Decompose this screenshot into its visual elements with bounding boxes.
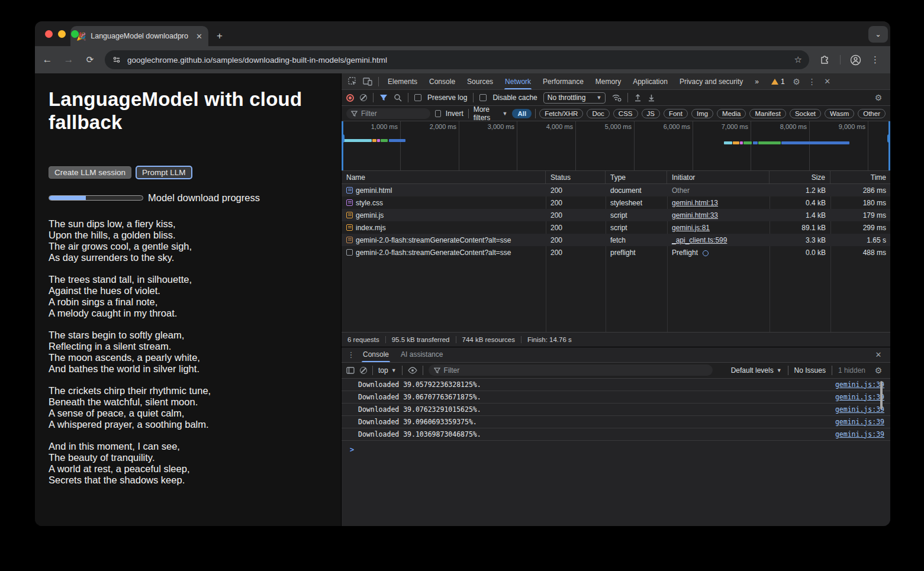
chip-img[interactable]: Img bbox=[691, 109, 713, 118]
filter-funnel-icon[interactable] bbox=[379, 94, 388, 101]
zoom-window-button[interactable] bbox=[71, 30, 79, 38]
tab-application[interactable]: Application bbox=[627, 73, 673, 89]
initiator-link[interactable]: _api_client.ts:599 bbox=[672, 236, 727, 244]
initiator-link[interactable]: gemini.html:33 bbox=[672, 211, 718, 220]
table-row[interactable]: gemini-2.0-flash:streamGenerateContent?a… bbox=[342, 246, 890, 259]
context-selector[interactable]: top▼ bbox=[378, 366, 397, 375]
more-filters-dropdown[interactable]: More filters ▼ bbox=[474, 105, 508, 122]
table-row[interactable]: gemini.js 200 script gemini.html:33 1.4 … bbox=[342, 209, 890, 221]
create-llm-session-button[interactable]: Create LLM session bbox=[49, 166, 131, 179]
chip-fetch-xhr[interactable]: Fetch/XHR bbox=[539, 109, 583, 118]
close-window-button[interactable] bbox=[45, 30, 53, 38]
console-message[interactable]: Downloaded 39.0960693359375%.gemini.js:3… bbox=[342, 416, 890, 428]
import-har-icon[interactable] bbox=[634, 93, 642, 102]
chip-doc[interactable]: Doc bbox=[587, 109, 609, 118]
col-size[interactable]: Size bbox=[770, 171, 830, 183]
browser-menu-kebab-icon[interactable]: ⋮ bbox=[871, 54, 880, 65]
table-row[interactable]: index.mjs 200 script gemini.js:81 89.1 k… bbox=[342, 221, 890, 234]
chip-font[interactable]: Font bbox=[664, 109, 688, 118]
invert-checkbox[interactable] bbox=[435, 110, 441, 117]
col-time[interactable]: Time bbox=[830, 171, 890, 183]
clear-console-icon[interactable] bbox=[360, 367, 367, 374]
default-levels-dropdown[interactable]: Default levels▼ bbox=[731, 366, 782, 375]
table-row[interactable]: gemini-2.0-flash:streamGenerateContent?a… bbox=[342, 234, 890, 246]
overview-left-handle[interactable] bbox=[342, 121, 343, 170]
live-expression-eye-icon[interactable] bbox=[408, 367, 417, 374]
console-filter-input[interactable]: Filter bbox=[429, 364, 713, 376]
preserve-log-checkbox[interactable] bbox=[414, 94, 421, 101]
network-filter-input[interactable]: Filter bbox=[346, 108, 430, 119]
site-settings-icon[interactable] bbox=[112, 55, 121, 64]
reload-button[interactable]: ⟳ bbox=[83, 54, 96, 65]
throttling-select[interactable]: No throttling ▼ bbox=[543, 92, 606, 104]
console-prompt-chevron[interactable]: > bbox=[342, 441, 890, 454]
drawer-tab-console[interactable]: Console bbox=[358, 347, 394, 362]
more-tabs-chevron-icon[interactable]: » bbox=[749, 73, 764, 89]
source-link[interactable]: gemini.js:39 bbox=[835, 405, 884, 414]
inspect-element-icon[interactable] bbox=[345, 75, 359, 88]
console-settings-gear-icon[interactable]: ⚙ bbox=[871, 364, 886, 377]
col-name[interactable]: Name bbox=[342, 171, 546, 183]
network-overview-timeline[interactable]: 1,000 ms 2,000 ms 3,000 ms 4,000 ms 5,00… bbox=[342, 121, 890, 171]
chip-other[interactable]: Other bbox=[858, 109, 886, 118]
browser-tab[interactable]: 🎉 LanguageModel downloadpro ✕ bbox=[70, 26, 208, 46]
drawer-menu-kebab-icon[interactable]: ⋮ bbox=[346, 348, 356, 361]
warning-badge[interactable]: 1 bbox=[771, 78, 785, 86]
chip-all[interactable]: All bbox=[512, 109, 532, 118]
devtools-menu-kebab-icon[interactable]: ⋮ bbox=[805, 75, 819, 88]
console-scrollbar[interactable] bbox=[880, 381, 883, 409]
initiator-link[interactable]: gemini.js:81 bbox=[672, 224, 710, 232]
tab-console[interactable]: Console bbox=[424, 73, 461, 89]
chip-css[interactable]: CSS bbox=[613, 109, 638, 118]
device-toolbar-icon[interactable] bbox=[360, 75, 375, 88]
console-sidebar-icon[interactable] bbox=[346, 367, 355, 374]
devtools-settings-gear-icon[interactable]: ⚙ bbox=[790, 75, 804, 88]
tab-sources[interactable]: Sources bbox=[462, 73, 498, 89]
chip-media[interactable]: Media bbox=[717, 109, 746, 118]
chip-manifest[interactable]: Manifest bbox=[749, 109, 785, 118]
console-message[interactable]: Downloaded 39.07623291015625%.gemini.js:… bbox=[342, 404, 890, 416]
disable-cache-checkbox[interactable] bbox=[479, 94, 487, 101]
tab-close-icon[interactable]: ✕ bbox=[196, 32, 202, 41]
tab-memory[interactable]: Memory bbox=[590, 73, 626, 89]
devtools-close-icon[interactable]: ✕ bbox=[820, 75, 835, 88]
network-conditions-icon[interactable] bbox=[611, 93, 622, 102]
drawer-close-icon[interactable]: ✕ bbox=[871, 348, 886, 361]
tab-privacy-security[interactable]: Privacy and security bbox=[674, 73, 748, 89]
search-icon[interactable] bbox=[394, 93, 402, 102]
console-message[interactable]: Downloaded 39.06707763671875%.gemini.js:… bbox=[342, 391, 890, 404]
source-link[interactable]: gemini.js:39 bbox=[835, 393, 884, 401]
source-link[interactable]: gemini.js:39 bbox=[835, 430, 884, 438]
prompt-llm-button[interactable]: Prompt LLM bbox=[136, 166, 192, 179]
chip-wasm[interactable]: Wasm bbox=[825, 109, 854, 118]
clear-network-log-icon[interactable] bbox=[360, 94, 367, 101]
console-message[interactable]: Downloaded 39.05792236328125%.gemini.js:… bbox=[342, 379, 890, 391]
chip-socket[interactable]: Socket bbox=[790, 109, 821, 118]
tab-elements[interactable]: Elements bbox=[382, 73, 423, 89]
profile-avatar-icon[interactable] bbox=[850, 54, 861, 66]
initiator-link[interactable]: gemini.html:13 bbox=[672, 199, 718, 207]
chip-js[interactable]: JS bbox=[642, 109, 660, 118]
record-network-log-icon[interactable] bbox=[346, 94, 354, 102]
bookmark-star-icon[interactable]: ☆ bbox=[794, 54, 802, 65]
extensions-puzzle-icon[interactable] bbox=[820, 54, 830, 65]
export-har-icon[interactable] bbox=[648, 93, 655, 102]
table-row[interactable]: gemini.html 200 document Other 1.2 kB 28… bbox=[342, 184, 890, 196]
col-type[interactable]: Type bbox=[606, 171, 667, 183]
tab-search-chevron-icon[interactable]: ⌄ bbox=[868, 26, 888, 43]
issues-counter[interactable]: No Issues bbox=[794, 366, 826, 375]
source-link[interactable]: gemini.js:39 bbox=[835, 418, 884, 426]
col-initiator[interactable]: Initiator bbox=[667, 171, 770, 183]
address-bar[interactable]: googlechrome.github.io/samples/downloadi… bbox=[105, 50, 809, 69]
overview-right-handle[interactable] bbox=[888, 121, 890, 170]
back-button[interactable]: ← bbox=[41, 54, 54, 66]
network-settings-gear-icon[interactable]: ⚙ bbox=[871, 91, 886, 104]
tab-performance[interactable]: Performance bbox=[537, 73, 589, 89]
tab-network[interactable]: Network bbox=[500, 73, 536, 89]
drawer-tab-ai-assistance[interactable]: AI assistance bbox=[396, 347, 447, 362]
table-row[interactable]: style.css 200 stylesheet gemini.html:13 … bbox=[342, 196, 890, 209]
console-message[interactable]: Downloaded 39.10369873046875%.gemini.js:… bbox=[342, 428, 890, 441]
minimize-window-button[interactable] bbox=[58, 30, 66, 38]
forward-button[interactable]: → bbox=[62, 54, 75, 66]
preflight-info-icon[interactable] bbox=[703, 250, 709, 256]
